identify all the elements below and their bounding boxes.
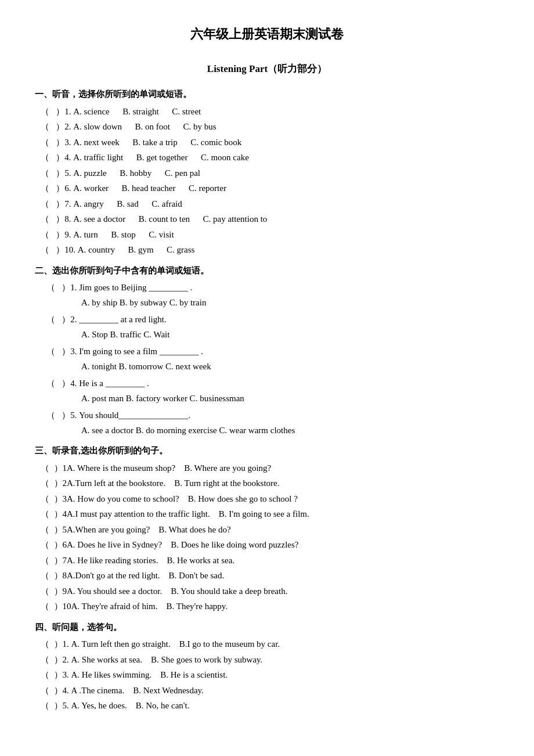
list-item: （ ）2A.Turn left at the bookstore. B. Tur… xyxy=(41,476,499,491)
section1-questions: （ ）1. A. science B. straight C. street（ … xyxy=(35,105,499,258)
section1-heading: 一、听音，选择你所听到的单词或短语。 xyxy=(35,87,499,102)
list-item: （ ）2. A. She works at sea. B. She goes t… xyxy=(41,653,499,668)
table-row: （ ）8. A. see a doctor B. count to ten C.… xyxy=(41,212,499,227)
list-item: （ ）7A. He like reading stories. B. He wo… xyxy=(41,553,499,568)
list-item: （ ）8A.Don't go at the red light. B. Don'… xyxy=(41,568,499,584)
table-row: （ ）7. A. angry B. sad C. afraid xyxy=(41,197,499,212)
table-row: （ ）2. A. slow down B. on foot C. by bus xyxy=(41,120,499,135)
table-row: （ ）4. A. traffic light B. get together C… xyxy=(41,150,499,165)
section4-heading: 四、听问题，选答句。 xyxy=(35,620,499,635)
list-item: （ ）9A. You should see a doctor. B. You s… xyxy=(41,584,499,599)
table-row: （ ）6. A. worker B. head teacher C. repor… xyxy=(41,181,499,196)
section3-heading: 三、听录音,选出你所听到的句子。 xyxy=(35,444,499,459)
list-item: （ ）5A.When are you going? B. What does h… xyxy=(41,523,499,538)
list-item: （ ）10A. They're afraid of him. B. They'r… xyxy=(41,599,499,614)
section2-heading: 二、选出你所听到句子中含有的单词或短语。 xyxy=(35,264,499,279)
list-item: （ ）5. You should________________.A. see … xyxy=(35,408,499,438)
list-item: （ ）2. _________ at a red light.A. Stop B… xyxy=(35,312,499,342)
section2-questions: （ ）1. Jim goes to Beijing _________ .A. … xyxy=(35,280,499,438)
list-item: （ ）6A. Does he live in Sydney? B. Does h… xyxy=(41,538,499,553)
page-title: 六年级上册英语期末测试卷 xyxy=(35,23,499,45)
list-item: （ ）4. A .The cinema. B. Next Wednesday. xyxy=(41,683,499,699)
table-row: （ ）10. A. country B. gym C. grass xyxy=(41,243,499,258)
list-item: （ ）1. A. Turn left then go straight. B.I… xyxy=(41,637,499,652)
list-item: （ ）3A. How do you come to school? B. How… xyxy=(41,492,499,507)
listening-part-title: Listening Part（听力部分） xyxy=(35,61,499,78)
list-item: （ ）1. Jim goes to Beijing _________ .A. … xyxy=(35,280,499,310)
section4-questions: （ ）1. A. Turn left then go straight. B.I… xyxy=(35,637,499,714)
table-row: （ ）5. A. puzzle B. hobby C. pen pal xyxy=(41,166,499,181)
list-item: （ ）4A.I must pay attention to the traffi… xyxy=(41,507,499,522)
list-item: （ ）3. A. He likes swimming. B. He is a s… xyxy=(41,668,499,683)
list-item: （ ）3. I'm going to see a film _________ … xyxy=(35,344,499,374)
table-row: （ ）3. A. next week B. take a trip C. com… xyxy=(41,135,499,150)
section3-questions: （ ）1A. Where is the museum shop? B. Wher… xyxy=(35,461,499,614)
list-item: （ ）5. A. Yes, he does. B. No, he can't. xyxy=(41,699,499,714)
table-row: （ ）1. A. science B. straight C. street xyxy=(41,105,499,120)
list-item: （ ）1A. Where is the museum shop? B. Wher… xyxy=(41,461,499,476)
table-row: （ ）9. A. turn B. stop C. visit xyxy=(41,228,499,243)
list-item: （ ）4. He is a _________ .A. post man B. … xyxy=(35,376,499,406)
